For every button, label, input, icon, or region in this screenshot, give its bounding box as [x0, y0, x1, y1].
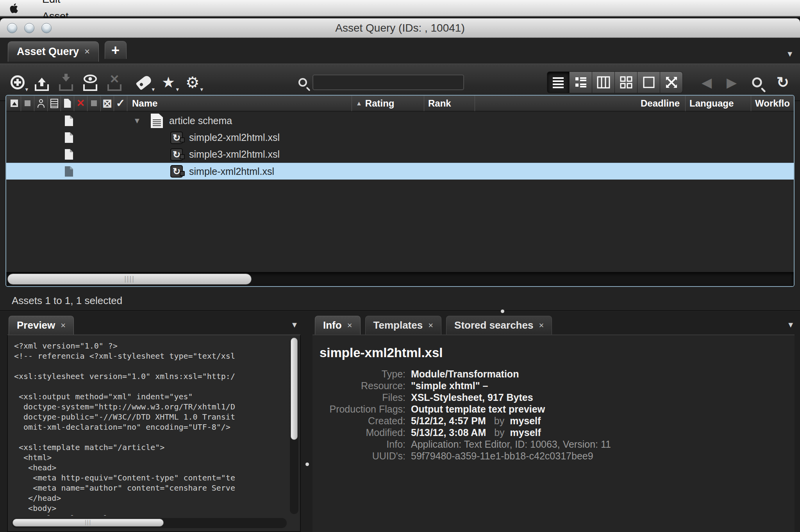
info-chevron-icon[interactable]: ▼ — [787, 320, 795, 329]
field-by: by — [491, 415, 504, 427]
col-box-icon[interactable] — [8, 95, 21, 111]
info-field-row: Production Flags:Output template text pr… — [312, 403, 795, 415]
view-columns-button[interactable] — [592, 71, 615, 93]
columns-view-icon — [597, 76, 610, 89]
tab-info[interactable]: Info× — [315, 316, 361, 335]
col-language[interactable]: Language — [685, 95, 751, 111]
info-panel: simple-xml2html.xsl Type:Module/Transfor… — [312, 335, 795, 532]
view-grid-button[interactable] — [615, 71, 638, 93]
field-value: "simple xhtml" – — [411, 380, 488, 391]
tab-label: Asset Query — [17, 46, 79, 58]
actions-button[interactable]: ⚙ ▾ — [180, 69, 205, 96]
col-rank[interactable]: Rank — [424, 95, 475, 111]
gear-icon: ⚙ — [186, 73, 200, 91]
field-label: Resource: — [312, 380, 405, 391]
cancel-checkout-button[interactable]: ✕ — [102, 69, 127, 96]
vertical-splitter-grip[interactable] — [305, 463, 309, 466]
preview-horizontal-scrollbar[interactable] — [12, 518, 287, 528]
history-forward-button[interactable]: ▶ — [720, 75, 743, 90]
table-row[interactable]: ▼article schema — [6, 112, 794, 129]
transformation-file-icon: ↻ — [170, 148, 183, 161]
col-rating[interactable]: ▲ Rating — [352, 95, 424, 111]
menu-item[interactable]: Edit — [34, 0, 126, 8]
refresh-button[interactable]: ↻ — [771, 74, 795, 91]
col-square2-icon[interactable] — [88, 95, 101, 111]
view-expand-button[interactable] — [660, 71, 683, 93]
table-body: ▼article schema↻simple2-xml2html.xsl↻sim… — [6, 112, 794, 272]
list-view-icon — [552, 76, 565, 89]
window-body: Asset Query × + ▼ ▾ ✕ ▾ ★ ▾ — [0, 38, 800, 532]
asset-title: simple-xml2html.xsl — [320, 345, 795, 360]
col-page-icon[interactable] — [61, 95, 74, 111]
transformation-file-icon: ↻ — [170, 165, 183, 178]
col-spacer — [475, 95, 641, 111]
info-fields: Type:Module/TransformationResource:"simp… — [312, 368, 795, 462]
col-person-icon[interactable] — [34, 95, 48, 111]
close-tab-icon[interactable]: × — [428, 320, 433, 331]
field-value: 5/13/12, 3:08 AM — [411, 427, 486, 438]
preview-vertical-scrollbar[interactable] — [290, 338, 298, 514]
close-tab-icon[interactable]: × — [61, 320, 66, 331]
history-back-button[interactable]: ◀ — [695, 75, 718, 90]
table-row[interactable]: ↻simple3-xml2html.xsl — [6, 146, 794, 163]
detail-view-icon — [574, 76, 588, 89]
transformation-file-icon: ↻ — [170, 132, 183, 144]
status-bar: Assets 1 to 1, 1 selected — [0, 291, 800, 311]
scrollbar-thumb[interactable] — [7, 274, 252, 285]
scrollbar-thumb[interactable] — [12, 519, 164, 527]
info-field-row: Created:5/12/12, 4:57 PM bymyself — [312, 415, 795, 427]
view-single-button[interactable] — [638, 71, 660, 93]
cancel-icon: ✕ — [107, 74, 122, 91]
close-tab-icon[interactable]: × — [539, 320, 544, 331]
close-tab-icon[interactable]: × — [347, 320, 352, 331]
col-deadline[interactable]: Deadline — [641, 95, 685, 111]
close-tab-icon[interactable]: × — [84, 46, 90, 57]
preview-code[interactable]: <?xml version="1.0" ?> <!-- referencia <… — [14, 341, 284, 516]
new-asset-button[interactable]: ▾ — [5, 69, 30, 96]
horizontal-splitter-grip[interactable] — [501, 310, 504, 313]
table-row[interactable]: ↻simple2-xml2html.xsl — [6, 129, 794, 146]
tab-label: Templates — [373, 319, 423, 331]
tab-preview[interactable]: Preview × — [9, 316, 74, 335]
tab-asset-query[interactable]: Asset Query × — [8, 41, 99, 62]
preview-chevron-icon[interactable]: ▼ — [291, 320, 298, 329]
upload-button[interactable] — [30, 69, 54, 96]
add-tab-button[interactable]: + — [105, 41, 127, 59]
table-horizontal-scrollbar[interactable] — [6, 272, 794, 286]
new-asset-icon — [11, 75, 25, 89]
checkout-view-button[interactable] — [78, 69, 102, 96]
field-value: 59f79480-a359-11e1-bb18-c42c0317bee9 — [411, 450, 593, 462]
download-button[interactable] — [54, 69, 78, 96]
asset-name: simple2-xml2html.xsl — [189, 132, 280, 143]
col-square-icon[interactable] — [21, 95, 34, 111]
info-field-row: Info:Application: Text Editor, ID: 10063… — [312, 438, 795, 450]
view-detail-button[interactable] — [570, 71, 592, 93]
tab-stored-searches[interactable]: Stored searches× — [446, 316, 552, 335]
favorites-button[interactable]: ★ ▾ — [156, 69, 180, 96]
col-doc-icon[interactable] — [48, 95, 61, 111]
window-titlebar[interactable]: Asset Query (IDs: , 10041) — [0, 18, 800, 38]
apple-icon[interactable] — [9, 2, 20, 15]
col-deleted-icon[interactable]: ✕ — [74, 95, 88, 111]
search-input[interactable] — [312, 75, 464, 90]
field-label: Production Flags: — [312, 403, 405, 415]
table-row[interactable]: ↻simple-xml2html.xsl — [6, 163, 794, 180]
view-list-button[interactable] — [547, 71, 570, 93]
search-assets-button[interactable] — [745, 69, 769, 96]
disclosure-triangle-icon[interactable]: ▼ — [130, 116, 144, 125]
col-name[interactable]: Name — [127, 95, 352, 111]
col-workflow[interactable]: Workflo — [751, 95, 794, 111]
magnifier-icon — [752, 77, 762, 87]
caret-icon: ▾ — [200, 86, 203, 93]
tabbar-chevron-icon[interactable]: ▼ — [786, 50, 794, 59]
row-flag-cell — [6, 116, 123, 126]
field-value: Application: Text Editor, ID: 10063, Ver… — [411, 438, 611, 450]
expand-view-icon — [665, 76, 678, 89]
tag-button[interactable]: ▾ — [132, 69, 156, 96]
col-mail-icon[interactable]: ⊠ — [101, 95, 114, 111]
asset-name: article schema — [169, 115, 232, 126]
field-by: by — [491, 427, 504, 438]
scrollbar-thumb[interactable] — [291, 338, 298, 440]
col-check-icon[interactable]: ✓ — [114, 95, 127, 111]
tab-templates[interactable]: Templates× — [365, 316, 442, 335]
